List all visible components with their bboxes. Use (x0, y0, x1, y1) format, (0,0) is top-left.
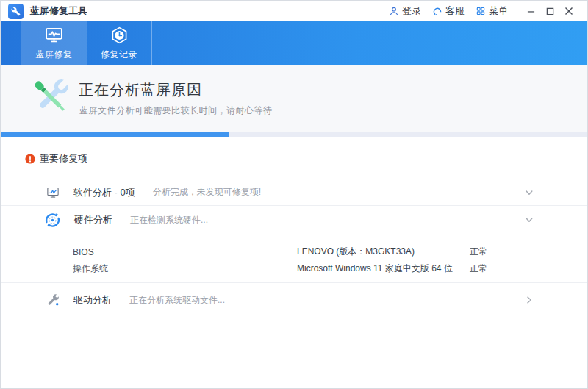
analysis-subtitle: 蓝屏文件分析可能需要比较长时间，请耐心等待 (79, 104, 273, 117)
window-controls (521, 3, 578, 19)
tabbar: 蓝屏修复 修复记录 (1, 21, 587, 65)
detail-state: 正常 (470, 263, 487, 275)
detail-label: BIOS (73, 247, 297, 257)
titlebar-actions: 登录 客服 菜单 (378, 3, 578, 19)
analysis-title: 正在分析蓝屏原因 (79, 80, 202, 100)
monitor-pulse-icon (44, 26, 64, 45)
hardware-analysis-sync-icon (43, 211, 62, 229)
row-title: 硬件分析 (74, 213, 112, 226)
divider (1, 315, 587, 315)
detail-state: 正常 (470, 246, 487, 258)
section-title: 重要修复项 (40, 152, 87, 165)
detail-value: LENOVO (版本：M3GKT33A) (297, 246, 470, 258)
analysis-progress-bar (1, 132, 587, 137)
alert-icon (25, 154, 35, 164)
maximize-icon (546, 7, 554, 15)
progress-fill (1, 132, 229, 137)
row-title: 软件分析 - 0项 (74, 186, 135, 199)
app-identity: 蓝屏修复工具 (8, 4, 87, 19)
row-software-analysis[interactable]: 软件分析 - 0项 分析完成，未发现可修复项! (1, 179, 587, 205)
divider (1, 282, 587, 283)
user-icon (389, 6, 399, 16)
chevron-down-icon[interactable] (524, 188, 534, 198)
detail-value: Microsoft Windows 11 家庭中文版 64 位 (297, 263, 470, 275)
login-button[interactable]: 登录 (389, 4, 421, 18)
close-button[interactable] (559, 3, 578, 19)
detail-label: 操作系统 (73, 263, 297, 275)
tab-label: 修复记录 (101, 49, 137, 61)
row-status: 正在分析系统驱动文件... (129, 294, 225, 307)
app-title: 蓝屏修复工具 (30, 4, 87, 18)
software-analysis-monitor-icon (45, 185, 61, 199)
close-icon (564, 7, 573, 15)
detail-row-os: 操作系统 Microsoft Windows 11 家庭中文版 64 位 正常 (73, 263, 487, 275)
chevron-right-icon[interactable] (524, 295, 534, 305)
hexagon-clock-icon (110, 26, 129, 45)
driver-analysis-wrench-icon (45, 293, 61, 307)
titlebar: 蓝屏修复工具 登录 客服 菜单 (1, 1, 587, 21)
chevron-down-icon[interactable] (524, 215, 534, 225)
maximize-button[interactable] (540, 3, 559, 19)
app-logo-wrench-icon (8, 4, 24, 19)
analysis-status-header: 正在分析蓝屏原因 蓝屏文件分析可能需要比较长时间，请耐心等待 (1, 65, 587, 132)
row-title: 驱动分析 (74, 293, 112, 307)
row-hardware-analysis[interactable]: 硬件分析 正在检测系统硬件... (1, 206, 587, 234)
menu-button[interactable]: 菜单 (476, 4, 508, 18)
tab-label: 蓝屏修复 (36, 49, 73, 61)
detail-row-bios: BIOS LENOVO (版本：M3GKT33A) 正常 (73, 246, 487, 258)
row-status: 正在检测系统硬件... (130, 214, 208, 226)
crossed-tools-icon (29, 75, 73, 119)
minimize-button[interactable] (521, 3, 540, 19)
important-items-header: 重要修复项 (25, 152, 87, 165)
row-driver-analysis[interactable]: 驱动分析 正在分析系统驱动文件... (1, 287, 587, 313)
app-window: 蓝屏修复工具 登录 客服 菜单 (0, 0, 588, 389)
row-status: 分析完成，未发现可修复项! (153, 186, 261, 199)
tab-repair-history[interactable]: 修复记录 (87, 21, 152, 65)
grid-menu-icon (476, 6, 486, 16)
support-button[interactable]: 客服 (432, 4, 465, 18)
tab-bluescreen-repair[interactable]: 蓝屏修复 (21, 21, 87, 65)
minimize-icon (527, 7, 535, 15)
headset-icon (432, 6, 442, 16)
